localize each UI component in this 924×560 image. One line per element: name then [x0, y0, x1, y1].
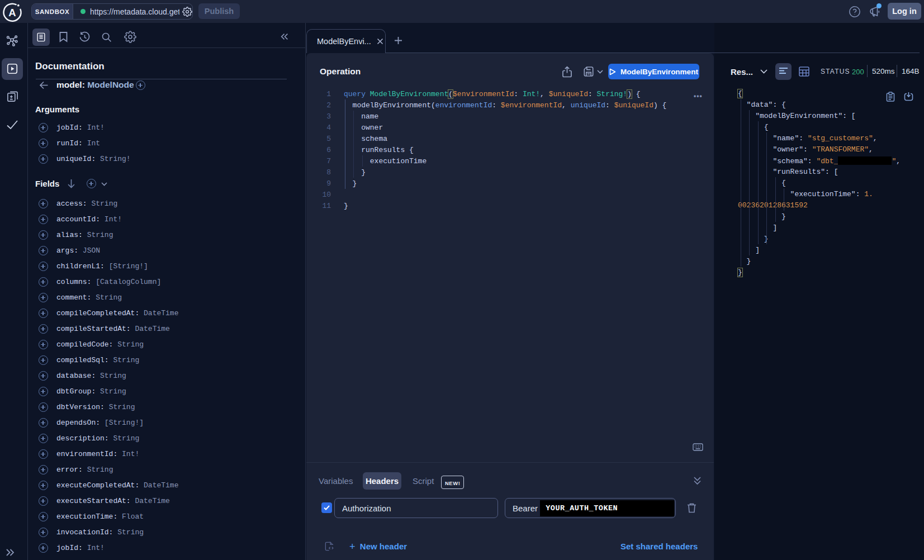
svg-text:A: A — [8, 7, 16, 18]
